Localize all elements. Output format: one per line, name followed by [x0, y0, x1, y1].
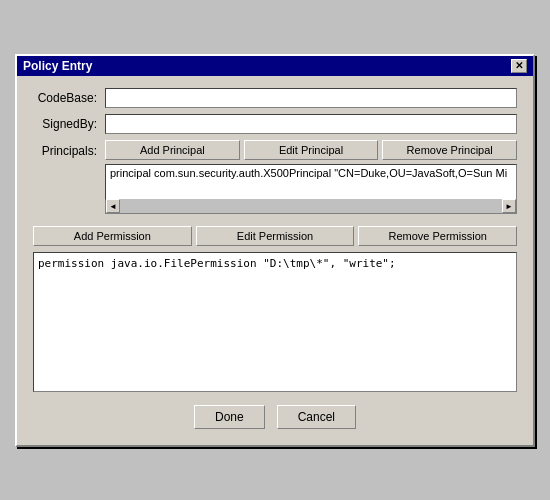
permission-textarea[interactable]: [33, 252, 517, 392]
principals-scrollbar[interactable]: ◄ ►: [105, 200, 517, 214]
signedby-input[interactable]: [105, 114, 517, 134]
codebase-input[interactable]: [105, 88, 517, 108]
codebase-row: CodeBase:: [33, 88, 517, 108]
add-permission-button[interactable]: Add Permission: [33, 226, 192, 246]
remove-principal-button[interactable]: Remove Principal: [382, 140, 517, 160]
policy-entry-window: Policy Entry ✕ CodeBase: SignedBy: Princ…: [15, 54, 535, 447]
window-title: Policy Entry: [23, 59, 92, 73]
scroll-right-button[interactable]: ►: [502, 199, 516, 213]
scroll-left-button[interactable]: ◄: [106, 199, 120, 213]
signedby-row: SignedBy:: [33, 114, 517, 134]
cancel-button[interactable]: Cancel: [277, 405, 356, 429]
edit-principal-button[interactable]: Edit Principal: [244, 140, 379, 160]
principals-label: Principals:: [33, 140, 105, 214]
bottom-buttons: Done Cancel: [33, 405, 517, 429]
codebase-label: CodeBase:: [33, 91, 105, 105]
scrollbar-track[interactable]: [120, 199, 502, 213]
principals-list-item: principal com.sun.security.auth.X500Prin…: [106, 165, 516, 181]
signedby-label: SignedBy:: [33, 117, 105, 131]
add-principal-button[interactable]: Add Principal: [105, 140, 240, 160]
edit-permission-button[interactable]: Edit Permission: [196, 226, 355, 246]
principals-list[interactable]: principal com.sun.security.auth.X500Prin…: [105, 164, 517, 200]
permission-button-row: Add Permission Edit Permission Remove Pe…: [33, 226, 517, 246]
remove-permission-button[interactable]: Remove Permission: [358, 226, 517, 246]
principals-button-row: Add Principal Edit Principal Remove Prin…: [105, 140, 517, 160]
principals-section: Principals: Add Principal Edit Principal…: [33, 140, 517, 214]
principals-right: Add Principal Edit Principal Remove Prin…: [105, 140, 517, 214]
title-bar: Policy Entry ✕: [17, 56, 533, 76]
close-button[interactable]: ✕: [511, 59, 527, 73]
done-button[interactable]: Done: [194, 405, 265, 429]
